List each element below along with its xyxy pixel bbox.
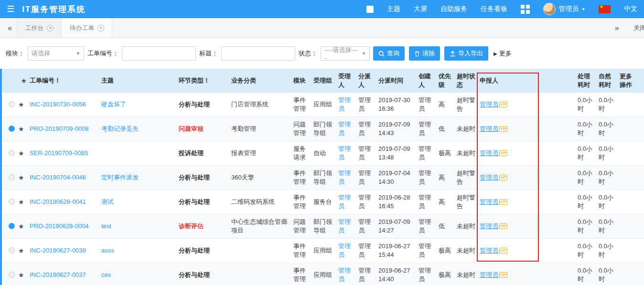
reporter-link[interactable]: 管理员 bbox=[480, 125, 498, 132]
subject-link[interactable]: test bbox=[101, 222, 111, 230]
star-icon[interactable]: ★ bbox=[18, 149, 24, 158]
subject-link[interactable]: 定时事件派发 bbox=[101, 174, 139, 181]
row-radio[interactable] bbox=[9, 126, 15, 132]
topbar-menu-item[interactable]: 任务看板 bbox=[481, 5, 507, 13]
order-no-link[interactable]: INC-20190627-0037 bbox=[30, 271, 86, 278]
subject-link[interactable]: 测试 bbox=[101, 198, 114, 205]
header-natural-time[interactable]: 自然耗时 bbox=[597, 72, 618, 89]
acceptor-link[interactable]: 管理员 bbox=[338, 243, 351, 258]
category-cell: 二维码发码系统 bbox=[229, 198, 291, 206]
header-creator[interactable]: 创建人 bbox=[417, 72, 437, 89]
header-work-time[interactable]: 处理耗时 bbox=[576, 72, 597, 89]
header-timeout[interactable]: 超时状态 bbox=[455, 72, 478, 89]
acceptor-link[interactable]: 管理员 bbox=[338, 145, 351, 161]
tab-close-icon[interactable]: ✕ bbox=[97, 25, 104, 32]
header-acceptor[interactable]: 受理人 bbox=[336, 72, 356, 89]
reporter-link[interactable]: 管理员 bbox=[480, 149, 498, 157]
star-icon[interactable]: ★ bbox=[18, 173, 24, 182]
reporter-link[interactable]: 管理员 bbox=[480, 271, 498, 278]
acceptor-link[interactable]: 管理员 bbox=[338, 169, 351, 185]
acceptor-link[interactable]: 管理员 bbox=[338, 194, 351, 210]
tab[interactable]: 工作台 ✕ bbox=[17, 18, 62, 38]
order-no-link[interactable]: INC-20190704-0046 bbox=[30, 174, 86, 181]
header-order-no[interactable]: 工单编号！ bbox=[28, 76, 99, 85]
avatar[interactable] bbox=[543, 3, 556, 15]
module-select[interactable]: 请选择 ▼ bbox=[28, 46, 84, 61]
status-select-value: ----请选择---- bbox=[324, 46, 359, 62]
tab[interactable]: 待办工单 ✕ bbox=[62, 18, 112, 38]
tabs-scroll-left-icon[interactable]: « bbox=[3, 23, 17, 33]
title-input[interactable] bbox=[221, 46, 295, 61]
tabs-scroll-right-icon[interactable]: » bbox=[610, 23, 624, 33]
order-no-input[interactable] bbox=[122, 46, 196, 61]
row-radio[interactable] bbox=[9, 247, 15, 253]
acceptor-link[interactable]: 管理员 bbox=[338, 267, 351, 283]
subject-link[interactable]: ces bbox=[101, 271, 111, 278]
fullscreen-icon[interactable] bbox=[366, 6, 374, 13]
tabs-close-menu[interactable]: 关闭 bbox=[633, 18, 644, 38]
header-category[interactable]: 业务分类 bbox=[229, 76, 291, 85]
subject-link[interactable]: 考勤记录丢失 bbox=[101, 125, 139, 132]
order-no-link[interactable]: SER-20190709-0085 bbox=[30, 149, 88, 157]
language-switch[interactable]: 中文 bbox=[624, 5, 637, 13]
topbar-menu-item[interactable]: 自助服务 bbox=[440, 5, 467, 13]
priority-cell: 极高 bbox=[437, 246, 455, 255]
vip-badge: VIP bbox=[499, 175, 507, 180]
star-icon[interactable]: ★ bbox=[18, 222, 24, 231]
star-icon[interactable]: ★ bbox=[18, 125, 24, 134]
header-module[interactable]: 模块 bbox=[291, 76, 311, 85]
group-cell: 部门领导组 bbox=[311, 120, 336, 137]
apps-grid-icon[interactable] bbox=[521, 5, 530, 14]
work-time-cell: 0.0小时 bbox=[576, 218, 597, 234]
filterbar: 模块： 请选择 ▼ 工单编号： 标题： 状态： ----请选择---- ▼ 查询… bbox=[0, 38, 644, 69]
row-radio[interactable] bbox=[9, 174, 15, 180]
reporter-link[interactable]: 管理员 bbox=[480, 247, 498, 254]
acceptor-link[interactable]: 管理员 bbox=[338, 121, 351, 137]
timeout-status-cell: 超时警告 bbox=[455, 193, 478, 210]
header-reporter[interactable]: 申报人 bbox=[478, 76, 536, 85]
subject-link[interactable]: 硬盘坏了 bbox=[101, 101, 126, 108]
reporter-link[interactable]: 管理员 bbox=[480, 101, 498, 108]
tab-close-icon[interactable]: ✕ bbox=[47, 25, 54, 32]
row-radio[interactable] bbox=[9, 150, 15, 156]
order-no-link[interactable]: INC-20190627-0038 bbox=[30, 247, 86, 254]
header-group[interactable]: 受理组 bbox=[311, 76, 336, 85]
star-icon[interactable]: ★ bbox=[18, 198, 24, 207]
header-step[interactable]: 环节类型！ bbox=[177, 76, 229, 85]
reporter-link[interactable]: 管理员 bbox=[480, 198, 498, 205]
reporter-link[interactable]: 管理员 bbox=[480, 222, 498, 230]
step-type-cell: 问题审核 bbox=[177, 125, 229, 133]
star-icon[interactable]: ★ bbox=[18, 100, 24, 109]
row-radio[interactable] bbox=[9, 199, 15, 205]
subject-link[interactable]: asss bbox=[101, 247, 114, 254]
order-no-link[interactable]: PRO-20190709-0008 bbox=[30, 125, 89, 132]
natural-time-cell: 0.0小时 bbox=[597, 120, 618, 137]
header-dispatcher[interactable]: 分派人 bbox=[356, 72, 376, 89]
star-icon[interactable]: ★ bbox=[18, 246, 24, 255]
acceptor-link[interactable]: 管理员 bbox=[338, 96, 351, 112]
dispatch-time-cell: 2019-07-04 14:30 bbox=[376, 169, 417, 186]
dispatch-time-cell: 2019-07-09 14:27 bbox=[376, 218, 417, 234]
row-radio[interactable] bbox=[9, 101, 15, 107]
reporter-link[interactable]: 管理员 bbox=[480, 174, 498, 181]
header-subject[interactable]: 主题 bbox=[99, 76, 177, 85]
status-select[interactable]: ----请选择---- ▼ bbox=[321, 46, 370, 61]
header-dispatch-time[interactable]: 分派时间 bbox=[376, 76, 417, 85]
hamburger-menu-icon[interactable]: ☰ bbox=[7, 5, 14, 13]
row-radio[interactable] bbox=[9, 272, 15, 278]
more-filters-toggle[interactable]: ▶ 更多 bbox=[494, 49, 512, 58]
topbar-menu-item[interactable]: 主题 bbox=[387, 5, 400, 13]
user-menu[interactable]: 管理员 ▼ bbox=[543, 3, 585, 15]
order-no-link[interactable]: INC-20190730-0056 bbox=[30, 101, 86, 108]
clear-button[interactable]: 清除 bbox=[409, 46, 440, 61]
search-button[interactable]: 查询 bbox=[373, 46, 405, 61]
flag-icon[interactable]: ★ bbox=[599, 5, 611, 13]
star-icon[interactable]: ★ bbox=[18, 271, 24, 280]
topbar-menu-item[interactable]: 大屏 bbox=[414, 5, 427, 13]
acceptor-link[interactable]: 管理员 bbox=[338, 218, 351, 234]
import-export-button[interactable]: 导入导出 bbox=[444, 46, 488, 61]
order-no-link[interactable]: PRO-20190628-0004 bbox=[30, 222, 89, 230]
header-priority[interactable]: 优先级 bbox=[437, 72, 455, 89]
order-no-link[interactable]: INC-20190628-0041 bbox=[30, 198, 86, 205]
row-radio[interactable] bbox=[9, 223, 15, 229]
